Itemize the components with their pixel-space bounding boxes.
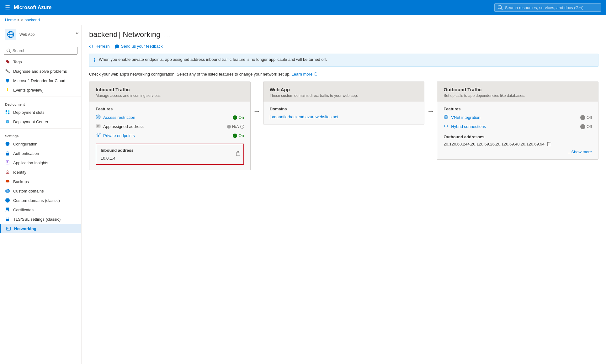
webapp-subtitle: These custom domains direct traffic to y… xyxy=(270,93,418,98)
sidebar-item-authentication-label: Authentication xyxy=(13,151,39,156)
arrow-right-2: → xyxy=(427,107,434,115)
feedback-icon xyxy=(115,44,119,49)
more-actions-btn[interactable]: ... xyxy=(164,31,171,38)
private-endpoints-status: On xyxy=(233,133,244,138)
arrow-webapp-to-outbound: → xyxy=(424,107,437,115)
sidebar-app-label: Web App xyxy=(19,32,35,37)
vnet-status-dot xyxy=(580,115,585,120)
tls-icon xyxy=(5,217,10,222)
description-text: Check your web app's networking configur… xyxy=(89,72,290,76)
vnet-integration-status: Off xyxy=(580,115,592,120)
cert-icon xyxy=(5,207,10,212)
svg-rect-9 xyxy=(8,113,9,114)
inbound-traffic-body: Features Access restriction xyxy=(89,102,250,170)
access-restriction-name[interactable]: Access restriction xyxy=(103,115,230,120)
sidebar-item-tls-ssl-label: TLS/SSL settings (classic) xyxy=(13,217,61,222)
sidebar-item-events[interactable]: Events (preview) xyxy=(0,85,81,95)
domain-link[interactable]: jordanntierbackend.azurewebsites.net xyxy=(270,114,338,119)
global-search[interactable] xyxy=(494,3,601,12)
outbound-copy-btn[interactable] xyxy=(547,142,551,147)
sidebar-item-tags[interactable]: Tags xyxy=(0,57,81,66)
sidebar-item-networking[interactable]: Networking xyxy=(0,224,81,233)
learn-more-link[interactable]: Learn more xyxy=(292,72,317,76)
svg-rect-7 xyxy=(8,110,9,112)
info-icon: ℹ xyxy=(94,57,96,63)
outbound-traffic-card: Outbound Traffic Set up calls to app dep… xyxy=(437,82,598,160)
svg-line-17 xyxy=(98,134,100,136)
sidebar-item-authentication[interactable]: Authentication xyxy=(0,149,81,158)
private-endpoints-icon xyxy=(96,133,101,139)
title-separator: | xyxy=(119,30,123,39)
lightning-icon xyxy=(5,87,10,92)
global-search-input[interactable] xyxy=(505,5,598,10)
sidebar-item-deployment-center[interactable]: Deployment Center xyxy=(0,117,81,126)
show-more-container: ...Show more xyxy=(444,150,592,154)
vnet-svg xyxy=(444,114,449,119)
page-title: backend | Networking xyxy=(89,30,160,39)
show-more-link[interactable]: ...Show more xyxy=(568,150,592,154)
info-small-icon xyxy=(240,125,244,129)
outbound-addresses-container: 20.120.68.244,20.120.69.26,20.120.69.48,… xyxy=(444,142,592,147)
vnet-icon xyxy=(444,114,449,120)
wrench-icon xyxy=(5,69,10,74)
webapp-body: Domains jordanntierbackend.azurewebsites… xyxy=(263,102,424,124)
breadcrumb-home[interactable]: Home xyxy=(5,18,16,22)
sidebar-item-diagnose[interactable]: Diagnose and solve problems xyxy=(0,66,81,76)
toolbar: Refresh Send us your feedback xyxy=(82,39,606,54)
sidebar-search-container[interactable] xyxy=(4,47,77,55)
webapp-title: Web App xyxy=(270,87,418,92)
inbound-traffic-card: Inbound Traffic Manage access and incomi… xyxy=(89,82,251,170)
private-endpoints-row: Private endpoints On xyxy=(96,133,244,139)
sidebar-item-app-insights[interactable]: Application Insights xyxy=(0,158,81,167)
sidebar-item-deployment-center-label: Deployment Center xyxy=(13,119,48,124)
hybrid-connections-row: Hybrid connections Off xyxy=(444,124,592,129)
description: Check your web app's networking configur… xyxy=(82,72,606,82)
outbound-addresses-label: Outbound addresses xyxy=(444,135,592,139)
hamburger-menu[interactable]: ☰ xyxy=(5,4,10,11)
sidebar-item-events-label: Events (preview) xyxy=(13,88,44,92)
outbound-addresses-value: 20.120.68.244,20.120.69.26,20.120.69.48,… xyxy=(444,142,545,146)
outbound-copy-icon xyxy=(547,142,551,146)
svg-point-11 xyxy=(7,121,8,122)
outbound-traffic-subtitle: Set up calls to app dependencies like da… xyxy=(444,93,592,98)
breadcrumb-current[interactable]: backend xyxy=(24,18,40,22)
vnet-integration-name[interactable]: VNet integration xyxy=(451,115,578,120)
sidebar-item-configuration[interactable]: Configuration xyxy=(0,139,81,149)
refresh-button[interactable]: Refresh xyxy=(89,43,110,50)
sidebar-item-backups[interactable]: Backups xyxy=(0,177,81,186)
breadcrumb-sep1: > xyxy=(17,18,20,22)
outbound-traffic-body: Features VNet integration xyxy=(437,102,598,159)
webapp-header: Web App These custom domains direct traf… xyxy=(263,82,424,102)
domains-icon xyxy=(5,188,10,193)
sidebar-item-certificates[interactable]: Certificates xyxy=(0,205,81,214)
sidebar-item-identity[interactable]: Identity xyxy=(0,167,81,177)
feedback-button[interactable]: Send us your feedback xyxy=(115,43,163,50)
sidebar-search-input[interactable] xyxy=(13,48,75,53)
sidebar-item-tls-ssl[interactable]: TLS/SSL settings (classic) xyxy=(0,214,81,224)
slots-icon xyxy=(5,110,10,114)
hybrid-connections-name[interactable]: Hybrid connections xyxy=(451,124,578,129)
inbound-address-copy-btn[interactable] xyxy=(236,151,240,157)
auth-icon xyxy=(5,151,10,156)
sidebar-search-icon xyxy=(7,49,11,53)
inbound-traffic-title: Inbound Traffic xyxy=(96,87,244,92)
svg-point-21 xyxy=(447,125,448,127)
center-icon xyxy=(5,119,10,124)
private-endpoints-name[interactable]: Private endpoints xyxy=(103,133,230,138)
sidebar-item-defender[interactable]: Microsoft Defender for Cloud xyxy=(0,76,81,85)
sidebar-item-defender-label: Microsoft Defender for Cloud xyxy=(13,78,65,83)
assigned-svg xyxy=(96,124,101,129)
arrow-inbound-to-webapp: → xyxy=(251,107,263,115)
sidebar-item-deployment-slots[interactable]: Deployment slots xyxy=(0,108,81,117)
main-layout: Web App « Tags Diagnose and solve proble… xyxy=(0,25,606,364)
sidebar-item-custom-domains[interactable]: Custom domains xyxy=(0,186,81,196)
app-assigned-address-name: App assigned address xyxy=(103,124,225,129)
sidebar-item-custom-domains-classic-label: Custom domains (classic) xyxy=(13,198,60,203)
inbound-address-value: 10.0.1.4 xyxy=(101,156,239,161)
sidebar-collapse-btn[interactable]: « xyxy=(76,30,79,36)
search-icon xyxy=(498,5,502,10)
inbound-features-label: Features xyxy=(96,107,244,111)
sidebar-item-custom-domains-classic[interactable]: Custom domains (classic) xyxy=(0,196,81,205)
svg-line-16 xyxy=(97,134,98,136)
sidebar-item-custom-domains-label: Custom domains xyxy=(13,189,44,193)
